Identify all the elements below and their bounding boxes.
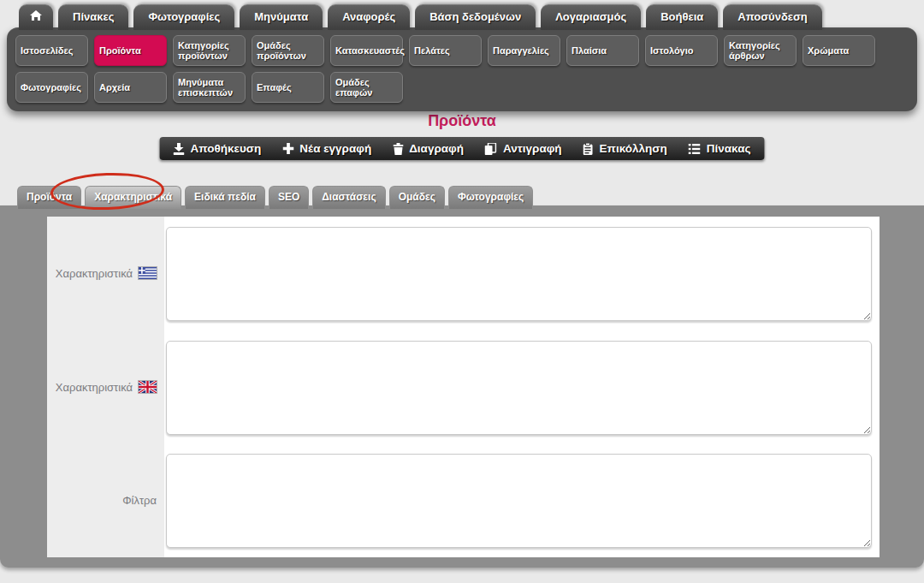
nav-tab-home[interactable] [19, 4, 53, 30]
paste-icon [583, 143, 594, 155]
menu-item-article-categories[interactable]: Κατηγορίες άρθρων [724, 35, 797, 66]
characteristics-el-label: Χαρακτηριστικά [56, 267, 133, 280]
menu-item-products[interactable]: Προϊόντα [94, 35, 167, 66]
filters-label-cell: Φίλτρα [47, 443, 164, 557]
save-icon [174, 143, 185, 155]
content-area: Χαρακτηριστικά Χαρακτηριστικά [0, 205, 924, 568]
nav-tab-reports[interactable]: Αναφορές [328, 4, 410, 30]
tab-photos[interactable]: Φωτογραφίες [448, 186, 533, 209]
nav-tab-photos[interactable]: Φωτογραφίες [133, 4, 234, 30]
nav-tab-account[interactable]: Λογαριασμός [541, 4, 641, 30]
form-row-filters: Φίλτρα [47, 443, 880, 557]
characteristics-en-textarea[interactable] [166, 341, 872, 435]
characteristics-en-label-cell: Χαρακτηριστικά [47, 330, 164, 444]
save-button[interactable]: Αποθήκευση [174, 142, 262, 155]
tab-characteristics[interactable]: Χαρακτηριστικά [85, 186, 181, 209]
paste-button[interactable]: Επικόλληση [583, 142, 667, 155]
home-icon [30, 10, 42, 23]
menu-item-contact-groups[interactable]: Ομάδες επαφών [330, 72, 403, 103]
copy-button[interactable]: Αντιγραφή [485, 142, 562, 155]
uk-flag-icon [139, 381, 157, 393]
menu-item-manufacturers[interactable]: Κατασκευαστές [330, 35, 403, 66]
tab-custom-fields[interactable]: Ειδικά πεδία [185, 186, 265, 209]
menu-item-websites[interactable]: Ιστοσελίδες [15, 35, 88, 66]
filters-label: Φίλτρα [122, 494, 157, 507]
characteristics-form: Χαρακτηριστικά Χαρακτηριστικά [47, 217, 880, 557]
menu-item-contacts[interactable]: Επαφές [252, 72, 324, 103]
delete-button[interactable]: Διαγραφή [393, 142, 464, 155]
top-nav: Πίνακες Φωτογραφίες Μηνύματα Αναφορές Βά… [19, 4, 822, 30]
nav-tab-help[interactable]: Βοήθεια [646, 4, 718, 30]
menu-item-colors[interactable]: Χρώματα [803, 35, 875, 66]
menu-item-photos[interactable]: Φωτογραφίες [15, 72, 88, 103]
characteristics-en-label: Χαρακτηριστικά [56, 381, 133, 394]
nav-tab-tables[interactable]: Πίνακες [58, 4, 128, 30]
menu-item-orders[interactable]: Παραγγελίες [488, 35, 560, 66]
delete-icon [393, 143, 403, 155]
form-row-characteristics-el: Χαρακτηριστικά [47, 217, 880, 330]
filters-input-cell [164, 443, 880, 557]
nav-tab-logout[interactable]: Αποσύνδεση [723, 4, 822, 30]
menu-item-blog[interactable]: Ιστολόγιο [645, 35, 718, 66]
tab-groups[interactable]: Ομάδες [389, 186, 445, 209]
paste-button-label: Επικόλληση [600, 142, 667, 155]
form-row-characteristics-en: Χαρακτηριστικά [47, 330, 880, 444]
new-record-button[interactable]: Νέα εγγραφή [282, 142, 371, 155]
record-toolbar: Αποθήκευση Νέα εγγραφή Διαγραφή Αντιγραφ… [160, 137, 765, 160]
filters-textarea[interactable] [166, 454, 872, 548]
table-button-label: Πίνακας [707, 142, 751, 155]
table-button[interactable]: Πίνακας [689, 142, 751, 155]
nav-tab-messages[interactable]: Μηνύματα [240, 4, 323, 30]
tab-products[interactable]: Προϊόντα [17, 186, 81, 209]
product-detail-tabs: Προϊόντα Χαρακτηριστικά Ειδικά πεδία SEO… [17, 186, 533, 209]
menu-item-frames[interactable]: Πλαίσια [566, 35, 639, 66]
menu-item-customers[interactable]: Πελάτες [409, 35, 482, 66]
tab-seo[interactable]: SEO [269, 186, 309, 209]
save-button-label: Αποθήκευση [191, 142, 262, 155]
menu-item-files[interactable]: Αρχεία [94, 72, 167, 103]
characteristics-el-textarea[interactable] [166, 227, 872, 321]
menu-item-product-groups[interactable]: Ομάδες προϊόντων [252, 35, 324, 66]
nav-tab-database[interactable]: Βάση δεδομένων [415, 4, 536, 30]
tables-menu-panel: Ιστοσελίδες Προϊόντα Κατηγορίες προϊόντω… [7, 27, 917, 111]
menu-item-visitor-messages[interactable]: Μηνύματα επισκεπτών [173, 72, 246, 103]
menu-row-2: Φωτογραφίες Αρχεία Μηνύματα επισκεπτών Ε… [15, 72, 917, 103]
menu-item-product-categories[interactable]: Κατηγορίες προϊόντων [173, 35, 246, 66]
page-title: Προϊόντα [0, 112, 924, 130]
characteristics-el-label-cell: Χαρακτηριστικά [47, 217, 164, 330]
table-icon [689, 144, 701, 154]
copy-icon [485, 143, 497, 155]
tab-dimensions[interactable]: Διαστάσεις [312, 186, 385, 209]
new-record-icon [282, 143, 293, 154]
delete-button-label: Διαγραφή [409, 142, 464, 155]
characteristics-en-input-cell [164, 330, 880, 444]
characteristics-el-input-cell [164, 217, 880, 330]
greek-flag-icon [139, 267, 157, 279]
menu-row-1: Ιστοσελίδες Προϊόντα Κατηγορίες προϊόντω… [15, 35, 917, 66]
copy-button-label: Αντιγραφή [503, 142, 562, 155]
new-record-button-label: Νέα εγγραφή [299, 142, 371, 155]
